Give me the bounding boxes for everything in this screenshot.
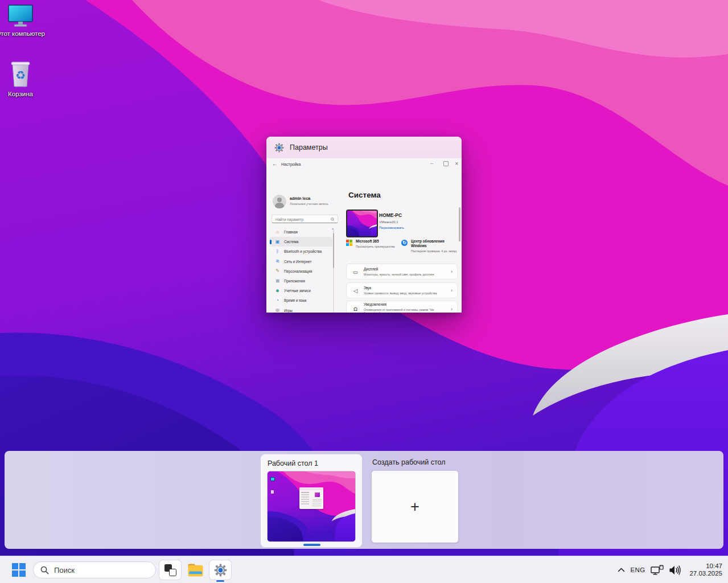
person-icon: ☻ [275, 289, 280, 293]
settings-nav: ⌂Главная ▣Система ᛒBluetooth и устройств… [270, 227, 332, 313]
language-indicator[interactable]: ENG [631, 566, 645, 573]
ms365-row[interactable]: Microsoft 365 Просмотреть преимущества [346, 239, 398, 249]
settings-card-notifications[interactable]: Ω Уведомления Оповещения от приложений и… [346, 301, 458, 313]
settings-card-display[interactable]: ▭ Дисплей Мониторы, яркость, ночной свет… [346, 264, 458, 280]
settings-gear-icon [214, 564, 227, 577]
search-icon [40, 566, 49, 574]
chevron-right-icon: › [451, 288, 453, 293]
bell-icon: Ω [352, 306, 359, 312]
windows-update-row[interactable]: ↻ Центр обновления Windows Последняя про… [401, 239, 458, 253]
app-chrome: ← Настройка – × [266, 158, 462, 171]
settings-window: Параметры ← Настройка – × admin leca Лок… [266, 137, 462, 313]
display-icon: ▭ [352, 269, 359, 275]
settings-search-placeholder: Найти параметр [275, 217, 303, 221]
sidebar-item-home[interactable]: ⌂Главная [270, 227, 332, 237]
search-label: Поиск [54, 566, 75, 574]
system-icon: ▣ [275, 240, 280, 244]
rename-link[interactable]: Переименовать [379, 226, 404, 229]
recycle-bin-icon: ♻ [9, 60, 32, 89]
gamepad-icon: ◎ [275, 308, 280, 313]
sidebar-item-time-language[interactable]: ◔Время и язык [270, 295, 332, 305]
create-desktop-button[interactable]: + [372, 471, 458, 543]
settings-button[interactable] [209, 560, 231, 580]
folder-icon [188, 564, 203, 577]
running-indicator [216, 580, 224, 582]
back-label: Настройка [281, 162, 301, 166]
desktop-icon-label: Корзина [8, 91, 33, 97]
device-thumbnail [346, 210, 378, 237]
settings-search-input[interactable]: Найти параметр [272, 215, 338, 223]
window-title: Параметры [290, 143, 328, 151]
sidebar-item-personalization[interactable]: ✎Персонализация [270, 266, 332, 276]
service-title: Microsoft 365 [356, 239, 394, 244]
wifi-icon: ≋ [275, 259, 280, 264]
volume-icon[interactable] [669, 565, 681, 575]
windows-update-icon: ↻ [401, 240, 408, 246]
mini-recycle-bin-icon [271, 490, 274, 494]
desktop-icon-label: Этот компьютер [0, 30, 45, 37]
sidebar-item-network[interactable]: ≋Сеть и Интернет [270, 257, 332, 266]
account-avatar[interactable] [273, 195, 286, 208]
sidebar-item-system[interactable]: ▣Система [270, 237, 332, 247]
home-icon: ⌂ [275, 230, 280, 235]
sidebar-scrollbar[interactable] [333, 229, 334, 313]
window-titlebar[interactable]: Параметры [266, 137, 462, 158]
device-model: VMware20,1 [379, 220, 398, 224]
desktop-card-label: Рабочий стол 1 [268, 459, 318, 467]
this-pc-icon [7, 5, 34, 28]
apps-grid-icon: ⊞ [275, 279, 280, 284]
speaker-icon: ◁ [352, 288, 359, 294]
desktop-card[interactable]: Рабочий стол 1 [261, 454, 362, 547]
plus-icon: + [410, 499, 419, 515]
desktop-icon-this-pc[interactable]: Этот компьютер [0, 5, 46, 37]
taskview-icon [164, 564, 176, 576]
back-icon[interactable]: ← [272, 161, 278, 167]
bluetooth-icon: ᛒ [275, 249, 280, 254]
sidebar-item-accounts[interactable]: ☻Учетные записи [270, 286, 332, 295]
desktop-thumbnail[interactable] [268, 471, 355, 541]
gear-icon [274, 143, 284, 153]
svg-text:♻: ♻ [15, 68, 26, 82]
desktop-screen: { "desktop": { "icons": [ { "label": "Эт… [0, 0, 728, 583]
close-button[interactable]: × [455, 161, 458, 166]
create-desktop-label: Создать рабочий стол [372, 458, 445, 466]
account-name: admin leca [290, 196, 310, 200]
pencil-icon: ✎ [275, 269, 280, 273]
chevron-right-icon: › [451, 306, 453, 312]
sidebar-item-apps[interactable]: ⊞Приложения [270, 276, 332, 286]
taskview-button[interactable] [159, 560, 181, 580]
clock-icon: ◔ [275, 298, 280, 303]
desktop-icon-recycle-bin[interactable]: ♻ Корзина [0, 60, 46, 97]
taskbar: Поиск [0, 556, 728, 583]
taskview-panel: Рабочий стол 1 Создать рабочий стол + [5, 451, 723, 549]
maximize-button[interactable] [443, 161, 449, 166]
device-name: HOME-PC [379, 212, 402, 218]
active-desktop-indicator [303, 544, 320, 546]
account-type: Локальная учетная запись [290, 202, 328, 206]
minimize-button[interactable]: – [430, 161, 433, 166]
taskbar-search[interactable]: Поиск [33, 561, 156, 578]
explorer-button[interactable] [184, 560, 206, 580]
service-subtitle: Просмотреть преимущества [356, 245, 394, 249]
chevron-right-icon: › [451, 269, 453, 274]
sidebar-item-bluetooth[interactable]: ᛒBluetooth и устройства [270, 247, 332, 256]
clock[interactable]: 10:47 27.03.2025 [689, 563, 722, 578]
tray-chevron-icon[interactable] [618, 568, 625, 572]
start-button[interactable] [8, 560, 30, 580]
service-title: Центр обновления Windows [411, 239, 458, 248]
page-title: Система [348, 191, 381, 199]
search-icon [331, 217, 335, 221]
service-subtitle: Последняя проверка: 4 дн. назад [411, 249, 458, 253]
clock-time: 10:47 [689, 563, 722, 570]
settings-card-sound[interactable]: ◁ Звук Уровни громкости, вывод, ввод, зв… [346, 282, 458, 298]
clock-date: 27.03.2025 [689, 570, 722, 578]
network-icon[interactable] [651, 565, 664, 575]
microsoft-logo-icon [346, 240, 352, 246]
sidebar-item-gaming[interactable]: ◎Игры [270, 306, 332, 313]
main-scrollbar[interactable] [459, 206, 460, 313]
settings-app-body: ← Настройка – × admin leca Локальная уче… [266, 158, 462, 313]
windows-logo-icon [12, 563, 26, 577]
mini-this-pc-icon [270, 477, 275, 481]
mini-settings-window [299, 487, 323, 509]
